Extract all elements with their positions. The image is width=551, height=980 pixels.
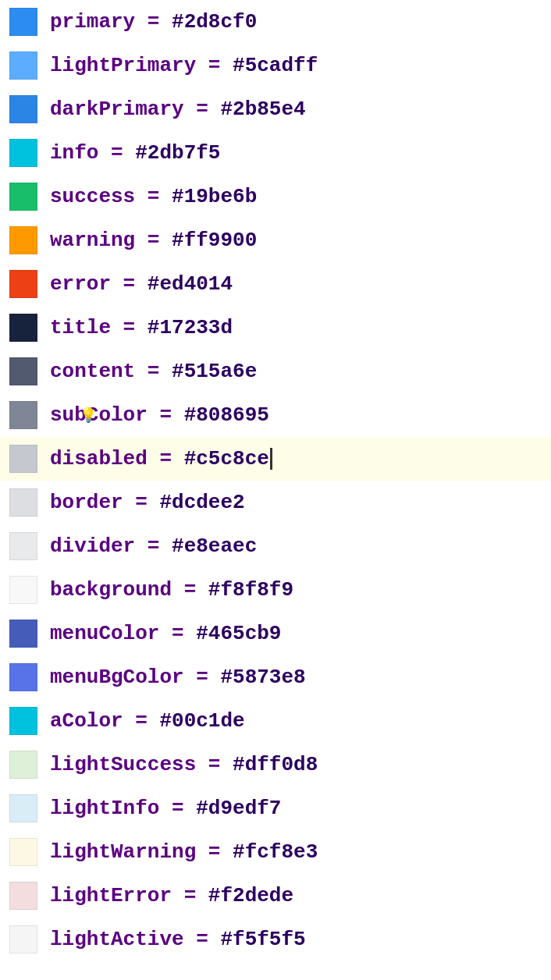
- color-swatch: [9, 357, 37, 385]
- color-row[interactable]: background = #f8f8f9: [0, 568, 551, 612]
- text-cursor: [270, 448, 272, 470]
- color-swatch: [9, 8, 37, 36]
- color-entry-text: warning = #ff9900: [50, 226, 257, 254]
- color-value: #dff0d8: [233, 753, 318, 776]
- color-entry-text: menuColor = #465cb9: [50, 620, 281, 648]
- color-value: #808695: [184, 403, 269, 427]
- color-entry-text: background = #f8f8f9: [50, 576, 293, 604]
- color-entry-text: title = #17233d: [50, 314, 233, 342]
- color-value: #c5c8ce: [184, 447, 272, 470]
- color-entry-text: lightActive = #f5f5f5: [50, 925, 306, 953]
- color-entry-text: divider = #e8eaec: [50, 532, 257, 560]
- color-swatch: [9, 51, 37, 80]
- color-value: #5cadff: [233, 54, 318, 77]
- color-row[interactable]: darkPrimary = #2b85e4: [0, 87, 551, 131]
- color-swatch: [9, 576, 37, 604]
- color-entry-text: subColor = #808695: [50, 401, 269, 429]
- color-entry-text: info = #2db7f5: [50, 139, 220, 167]
- color-value: #ed4014: [148, 272, 233, 296]
- color-swatch: [9, 270, 37, 298]
- color-swatch: [9, 95, 37, 123]
- color-row[interactable]: success = #19be6b: [0, 175, 551, 218]
- color-entry-text: lightError = #f2dede: [50, 882, 293, 910]
- color-value: #2d8cf0: [172, 10, 257, 34]
- color-value: #5873e8: [220, 666, 305, 689]
- color-value: #fcf8e3: [233, 840, 318, 864]
- color-swatch: [9, 925, 37, 953]
- color-swatch: [9, 226, 37, 254]
- color-entry-text: border = #dcdee2: [50, 488, 245, 517]
- color-entry-text: success = #19be6b: [50, 183, 257, 211]
- color-value: #465cb9: [196, 622, 281, 645]
- color-swatch: [9, 314, 37, 342]
- color-row[interactable]: lightPrimary = #5cadff: [0, 44, 551, 87]
- color-row[interactable]: lightActive = #f5f5f5: [0, 918, 551, 961]
- color-row[interactable]: lightInfo = #d9edf7: [0, 786, 551, 830]
- color-entry-text: lightInfo = #d9edf7: [50, 794, 281, 822]
- color-row[interactable]: title = #17233d: [0, 306, 551, 350]
- color-row[interactable]: lightWarning = #fcf8e3: [0, 830, 551, 874]
- color-row[interactable]: disabled = #c5c8ce: [0, 437, 551, 481]
- color-value: #19be6b: [172, 185, 257, 208]
- color-swatch: [9, 139, 37, 167]
- color-value: #f8f8f9: [208, 578, 293, 602]
- color-value: #d9edf7: [196, 797, 281, 820]
- color-value: #17233d: [148, 316, 233, 339]
- color-row[interactable]: divider = #e8eaec: [0, 524, 551, 568]
- color-row[interactable]: info = #2db7f5: [0, 131, 551, 175]
- color-value: #2b85e4: [220, 98, 305, 121]
- color-row[interactable]: menuColor = #465cb9: [0, 612, 551, 655]
- color-row[interactable]: aColor = #00c1de: [0, 699, 551, 743]
- color-entry-text: darkPrimary = #2b85e4: [50, 95, 306, 123]
- color-row[interactable]: primary = #2d8cf0: [0, 0, 551, 44]
- color-swatch: [9, 532, 37, 560]
- color-swatch: [9, 183, 37, 211]
- color-value: #dcdee2: [159, 491, 244, 514]
- color-row[interactable]: warning = #ff9900: [0, 218, 551, 262]
- color-entry-text: menuBgColor = #5873e8: [50, 663, 306, 691]
- color-swatch: [9, 882, 37, 910]
- color-entry-text: aColor = #00c1de: [50, 707, 245, 735]
- color-swatch: [9, 445, 37, 473]
- color-swatch: [9, 620, 37, 648]
- color-entry-text: lightSuccess = #dff0d8: [50, 751, 318, 779]
- color-swatch: [9, 663, 37, 691]
- color-row[interactable]: lightError = #f2dede: [0, 874, 551, 918]
- color-value: #ff9900: [172, 229, 257, 252]
- color-row[interactable]: menuBgColor = #5873e8: [0, 655, 551, 699]
- color-swatch: [9, 751, 37, 779]
- color-swatch: [9, 707, 37, 735]
- color-entry-text: lightWarning = #fcf8e3: [50, 838, 318, 866]
- color-entry-text: primary = #2d8cf0: [50, 8, 257, 36]
- color-list: primary = #2d8cf0lightPrimary = #5cadffd…: [0, 0, 551, 961]
- color-entry-text: lightPrimary = #5cadff: [50, 51, 318, 80]
- color-value: #f2dede: [208, 884, 293, 907]
- color-value: #e8eaec: [172, 534, 257, 558]
- color-swatch: [9, 838, 37, 866]
- color-value: #515a6e: [172, 360, 257, 383]
- color-entry-text: error = #ed4014: [50, 270, 233, 298]
- color-swatch: [9, 401, 37, 429]
- color-entry-text: disabled = #c5c8ce: [50, 445, 272, 473]
- color-value: #00c1de: [159, 709, 244, 733]
- color-entry-text: content = #515a6e: [50, 357, 257, 385]
- color-row[interactable]: error = #ed4014: [0, 262, 551, 306]
- color-row[interactable]: content = #515a6e: [0, 350, 551, 393]
- color-swatch: [9, 794, 37, 822]
- color-row[interactable]: lightSuccess = #dff0d8: [0, 743, 551, 786]
- color-value: #f5f5f5: [220, 928, 305, 951]
- color-row[interactable]: border = #dcdee2: [0, 481, 551, 524]
- color-row[interactable]: subColor = #808695💡: [0, 393, 551, 437]
- color-swatch: [9, 488, 37, 517]
- color-value: #2db7f5: [135, 141, 220, 165]
